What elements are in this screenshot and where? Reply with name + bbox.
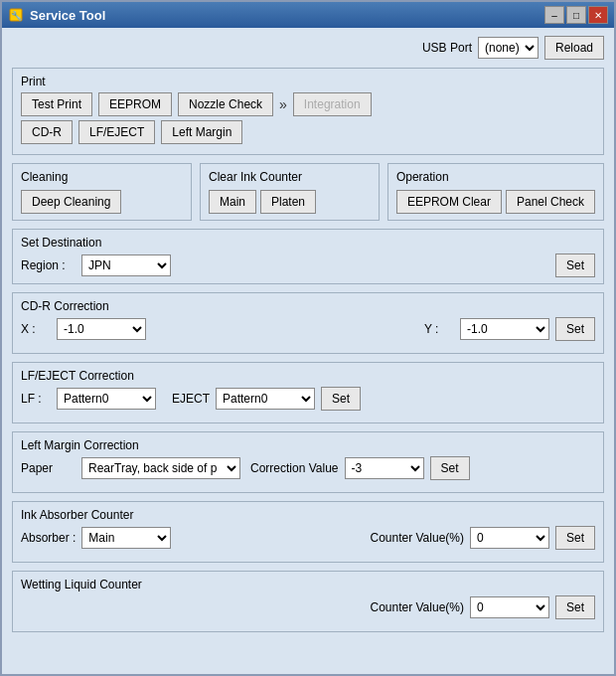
platen-button[interactable]: Platen [260, 190, 316, 214]
wetting-liquid-label: Wetting Liquid Counter [21, 578, 595, 592]
cdr-correction-section: CD-R Correction X : -1.0-0.500.51.0 Y : … [12, 292, 604, 354]
y-select[interactable]: -1.0-0.500.51.0 [460, 318, 549, 340]
usb-port-select[interactable]: (none) [478, 37, 539, 59]
main-window: 🔧 Service Tool – □ ✕ USB Port (none) Rel… [0, 0, 616, 676]
absorber-label: Absorber : [21, 531, 76, 545]
lf-eject-correction-section: LF/EJECT Correction LF : Pattern0Pattern… [12, 362, 604, 423]
cleaning-label: Cleaning [21, 170, 183, 184]
operation-buttons: EEPROM Clear Panel Check [396, 190, 595, 214]
absorber-counter-label: Counter Value(%) [370, 531, 464, 545]
region-label: Region : [21, 258, 76, 272]
eject-select[interactable]: Pattern0Pattern1Pattern2 [216, 388, 315, 410]
y-label: Y : [424, 322, 454, 336]
set-destination-label: Set Destination [21, 236, 595, 250]
print-row-2: CD-R LF/EJECT Left Margin [21, 120, 595, 144]
cdr-set-button[interactable]: Set [555, 317, 595, 341]
clear-ink-buttons: Main Platen [209, 190, 371, 214]
svg-text:🔧: 🔧 [11, 10, 23, 22]
wetting-set-button[interactable]: Set [555, 595, 595, 619]
ink-absorber-set-button[interactable]: Set [555, 526, 595, 550]
operation-box: Operation EEPROM Clear Panel Check [387, 163, 604, 221]
three-col-section: Cleaning Deep Cleaning Clear Ink Counter… [12, 163, 604, 221]
lf-eject-row: LF : Pattern0Pattern1Pattern2 EJECT Patt… [21, 387, 595, 411]
left-margin-set-button[interactable]: Set [430, 456, 470, 480]
window-controls: – □ ✕ [544, 6, 608, 24]
eeprom-clear-button[interactable]: EEPROM Clear [396, 190, 502, 214]
lf-select[interactable]: Pattern0Pattern1Pattern2 [57, 388, 156, 410]
arrow-icon: » [279, 96, 287, 112]
wetting-liquid-row: Counter Value(%) 0 Set [21, 595, 595, 619]
destination-row: Region : JPN USA EUR Set [21, 254, 595, 277]
window-title: Service Tool [30, 8, 105, 23]
paper-label: Paper [21, 461, 76, 475]
left-margin-correction-section: Left Margin Correction Paper RearTray, b… [12, 431, 604, 493]
x-select[interactable]: -1.0-0.500.51.0 [57, 318, 146, 340]
left-margin-button[interactable]: Left Margin [161, 120, 242, 144]
lf-eject-set-button[interactable]: Set [321, 387, 361, 411]
app-icon: 🔧 [8, 7, 24, 23]
paper-select[interactable]: RearTray, back side of p FrontTray ASF [81, 457, 240, 479]
cleaning-box: Cleaning Deep Cleaning [12, 163, 192, 221]
deep-cleaning-button[interactable]: Deep Cleaning [21, 190, 121, 214]
wetting-counter-label: Counter Value(%) [370, 600, 464, 614]
integration-button[interactable]: Integration [293, 92, 372, 116]
left-margin-row: Paper RearTray, back side of p FrontTray… [21, 456, 595, 480]
cdr-row: X : -1.0-0.500.51.0 Y : -1.0-0.500.51.0 … [21, 317, 595, 341]
reload-button[interactable]: Reload [544, 36, 604, 60]
panel-check-button[interactable]: Panel Check [506, 190, 595, 214]
lf-eject-button[interactable]: LF/EJECT [78, 120, 155, 144]
correction-value-select[interactable]: -3-2-10123 [345, 457, 424, 479]
cdr-correction-label: CD-R Correction [21, 299, 595, 313]
usb-port-label: USB Port [422, 41, 472, 55]
test-print-button[interactable]: Test Print [21, 92, 92, 116]
correction-value-label: Correction Value [250, 461, 339, 475]
title-bar: 🔧 Service Tool – □ ✕ [2, 2, 614, 28]
close-button[interactable]: ✕ [588, 6, 608, 24]
ink-absorber-label: Ink Absorber Counter [21, 508, 595, 522]
minimize-button[interactable]: – [544, 6, 564, 24]
region-select[interactable]: JPN USA EUR [81, 254, 171, 276]
content-area: USB Port (none) Reload Print Test Print … [2, 28, 614, 674]
set-destination-section: Set Destination Region : JPN USA EUR Set [12, 229, 604, 284]
print-section: Print Test Print EEPROM Nozzle Check » I… [12, 68, 604, 155]
clear-ink-box: Clear Ink Counter Main Platen [200, 163, 380, 221]
wetting-counter-select[interactable]: 0 [470, 596, 549, 618]
operation-label: Operation [396, 170, 595, 184]
wetting-liquid-counter-section: Wetting Liquid Counter Counter Value(%) … [12, 571, 604, 632]
nozzle-check-button[interactable]: Nozzle Check [178, 92, 273, 116]
main-button[interactable]: Main [209, 190, 256, 214]
ink-absorber-counter-section: Ink Absorber Counter Absorber : MainSub … [12, 501, 604, 563]
absorber-select[interactable]: MainSub [81, 527, 171, 549]
maximize-button[interactable]: □ [566, 6, 586, 24]
ink-absorber-row: Absorber : MainSub Counter Value(%) 0 Se… [21, 526, 595, 550]
destination-set-button[interactable]: Set [555, 254, 595, 277]
eject-label: EJECT [172, 392, 210, 406]
print-row-1: Test Print EEPROM Nozzle Check » Integra… [21, 92, 595, 116]
lf-eject-correction-label: LF/EJECT Correction [21, 369, 595, 383]
clear-ink-label: Clear Ink Counter [209, 170, 371, 184]
destination-left: Region : JPN USA EUR [21, 254, 171, 276]
left-margin-correction-label: Left Margin Correction [21, 438, 595, 452]
lf-label: LF : [21, 392, 51, 406]
cleaning-buttons: Deep Cleaning [21, 190, 183, 214]
print-section-label: Print [21, 75, 595, 88]
eeprom-button[interactable]: EEPROM [98, 92, 172, 116]
usb-port-row: USB Port (none) Reload [12, 36, 604, 60]
x-label: X : [21, 322, 51, 336]
absorber-counter-select[interactable]: 0 [470, 527, 549, 549]
cdr-button[interactable]: CD-R [21, 120, 73, 144]
